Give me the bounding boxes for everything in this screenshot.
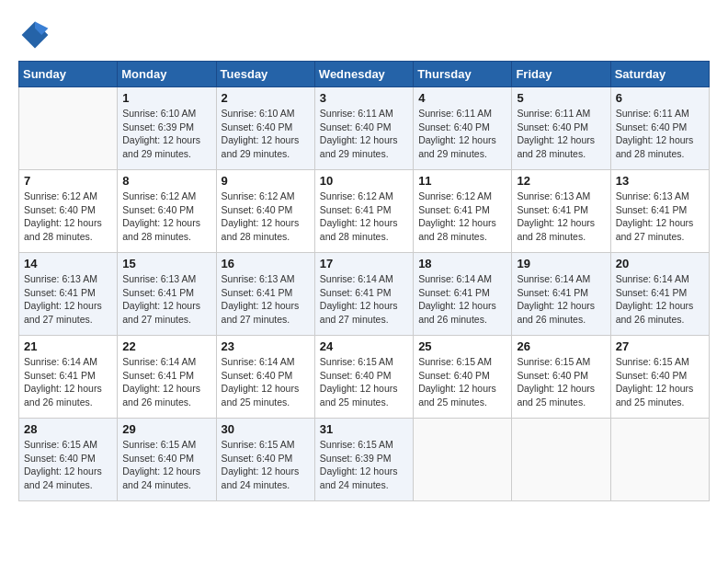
logo-icon <box>18 18 51 52</box>
calendar-cell: 15Sunrise: 6:13 AMSunset: 6:41 PMDayligh… <box>118 253 216 336</box>
day-number: 8 <box>122 174 210 188</box>
day-info: Sunrise: 6:14 AMSunset: 6:40 PMDaylight:… <box>222 355 310 409</box>
calendar-cell: 25Sunrise: 6:15 AMSunset: 6:40 PMDayligh… <box>414 336 512 419</box>
day-number: 24 <box>320 339 408 353</box>
day-number: 2 <box>222 91 310 105</box>
day-number: 6 <box>616 91 704 105</box>
calendar-cell <box>19 87 118 170</box>
day-number: 10 <box>320 174 408 188</box>
day-number: 12 <box>517 174 605 188</box>
day-number: 5 <box>517 91 605 105</box>
day-number: 11 <box>418 174 506 188</box>
day-info: Sunrise: 6:13 AMSunset: 6:41 PMDaylight:… <box>24 272 112 327</box>
day-info: Sunrise: 6:11 AMSunset: 6:40 PMDaylight:… <box>616 107 704 161</box>
calendar-cell: 31Sunrise: 6:15 AMSunset: 6:39 PMDayligh… <box>314 419 413 501</box>
calendar-cell: 29Sunrise: 6:15 AMSunset: 6:40 PMDayligh… <box>118 419 216 501</box>
day-info: Sunrise: 6:15 AMSunset: 6:40 PMDaylight:… <box>320 355 408 409</box>
day-info: Sunrise: 6:15 AMSunset: 6:40 PMDaylight:… <box>24 438 112 492</box>
week-row-4: 21Sunrise: 6:14 AMSunset: 6:41 PMDayligh… <box>19 336 710 419</box>
calendar-cell <box>414 419 512 501</box>
header-day-friday: Friday <box>512 62 610 87</box>
day-info: Sunrise: 6:10 AMSunset: 6:40 PMDaylight:… <box>222 107 310 161</box>
header-day-sunday: Sunday <box>19 62 118 87</box>
calendar-cell: 14Sunrise: 6:13 AMSunset: 6:41 PMDayligh… <box>19 253 118 336</box>
day-number: 4 <box>418 91 506 105</box>
calendar-cell: 22Sunrise: 6:14 AMSunset: 6:41 PMDayligh… <box>118 336 216 419</box>
day-info: Sunrise: 6:12 AMSunset: 6:40 PMDaylight:… <box>222 190 310 244</box>
calendar-cell: 10Sunrise: 6:12 AMSunset: 6:41 PMDayligh… <box>314 170 413 253</box>
calendar-cell: 26Sunrise: 6:15 AMSunset: 6:40 PMDayligh… <box>512 336 610 419</box>
calendar-cell: 27Sunrise: 6:15 AMSunset: 6:40 PMDayligh… <box>610 336 709 419</box>
day-number: 7 <box>24 174 112 188</box>
day-info: Sunrise: 6:12 AMSunset: 6:41 PMDaylight:… <box>320 190 408 244</box>
day-info: Sunrise: 6:14 AMSunset: 6:41 PMDaylight:… <box>616 272 704 327</box>
day-info: Sunrise: 6:15 AMSunset: 6:40 PMDaylight:… <box>616 355 704 409</box>
week-row-3: 14Sunrise: 6:13 AMSunset: 6:41 PMDayligh… <box>19 253 710 336</box>
day-number: 25 <box>418 339 506 353</box>
calendar-cell <box>512 419 610 501</box>
calendar-body: 1Sunrise: 6:10 AMSunset: 6:39 PMDaylight… <box>19 87 710 501</box>
header-day-wednesday: Wednesday <box>314 62 413 87</box>
day-number: 29 <box>122 422 210 436</box>
calendar-header: SundayMondayTuesdayWednesdayThursdayFrid… <box>19 62 710 87</box>
calendar-cell: 18Sunrise: 6:14 AMSunset: 6:41 PMDayligh… <box>414 253 512 336</box>
day-info: Sunrise: 6:11 AMSunset: 6:40 PMDaylight:… <box>320 107 408 161</box>
calendar-cell: 23Sunrise: 6:14 AMSunset: 6:40 PMDayligh… <box>216 336 314 419</box>
day-info: Sunrise: 6:10 AMSunset: 6:39 PMDaylight:… <box>122 107 210 161</box>
day-number: 9 <box>222 174 310 188</box>
day-number: 15 <box>122 257 210 270</box>
day-number: 13 <box>616 174 704 188</box>
week-row-1: 1Sunrise: 6:10 AMSunset: 6:39 PMDaylight… <box>19 87 710 170</box>
day-number: 28 <box>24 422 112 436</box>
header-day-thursday: Thursday <box>414 62 512 87</box>
day-info: Sunrise: 6:11 AMSunset: 6:40 PMDaylight:… <box>418 107 506 161</box>
day-number: 18 <box>418 257 506 270</box>
day-number: 1 <box>122 91 210 105</box>
day-info: Sunrise: 6:15 AMSunset: 6:40 PMDaylight:… <box>222 438 310 492</box>
week-row-5: 28Sunrise: 6:15 AMSunset: 6:40 PMDayligh… <box>19 419 710 501</box>
day-info: Sunrise: 6:12 AMSunset: 6:41 PMDaylight:… <box>418 190 506 244</box>
calendar-cell: 12Sunrise: 6:13 AMSunset: 6:41 PMDayligh… <box>512 170 610 253</box>
day-info: Sunrise: 6:15 AMSunset: 6:40 PMDaylight:… <box>517 355 605 409</box>
week-row-2: 7Sunrise: 6:12 AMSunset: 6:40 PMDaylight… <box>19 170 710 253</box>
day-info: Sunrise: 6:13 AMSunset: 6:41 PMDaylight:… <box>616 190 704 244</box>
day-info: Sunrise: 6:15 AMSunset: 6:40 PMDaylight:… <box>418 355 506 409</box>
day-info: Sunrise: 6:13 AMSunset: 6:41 PMDaylight:… <box>517 190 605 244</box>
calendar-cell: 8Sunrise: 6:12 AMSunset: 6:40 PMDaylight… <box>118 170 216 253</box>
day-info: Sunrise: 6:14 AMSunset: 6:41 PMDaylight:… <box>122 355 210 409</box>
day-info: Sunrise: 6:12 AMSunset: 6:40 PMDaylight:… <box>122 190 210 244</box>
day-number: 22 <box>122 339 210 353</box>
calendar-cell: 4Sunrise: 6:11 AMSunset: 6:40 PMDaylight… <box>414 87 512 170</box>
day-number: 16 <box>222 257 310 270</box>
logo <box>18 18 55 52</box>
day-number: 30 <box>222 422 310 436</box>
day-number: 21 <box>24 339 112 353</box>
day-number: 31 <box>320 422 408 436</box>
day-info: Sunrise: 6:14 AMSunset: 6:41 PMDaylight:… <box>517 272 605 327</box>
calendar-table: SundayMondayTuesdayWednesdayThursdayFrid… <box>18 61 710 501</box>
day-number: 26 <box>517 339 605 353</box>
header-day-monday: Monday <box>118 62 216 87</box>
page-header <box>18 18 710 52</box>
calendar-cell: 2Sunrise: 6:10 AMSunset: 6:40 PMDaylight… <box>216 87 314 170</box>
calendar-cell: 30Sunrise: 6:15 AMSunset: 6:40 PMDayligh… <box>216 419 314 501</box>
calendar-cell: 1Sunrise: 6:10 AMSunset: 6:39 PMDaylight… <box>118 87 216 170</box>
day-info: Sunrise: 6:15 AMSunset: 6:39 PMDaylight:… <box>320 438 408 492</box>
header-row: SundayMondayTuesdayWednesdayThursdayFrid… <box>19 62 710 87</box>
header-day-saturday: Saturday <box>610 62 709 87</box>
calendar-cell <box>610 419 709 501</box>
header-day-tuesday: Tuesday <box>216 62 314 87</box>
calendar-cell: 11Sunrise: 6:12 AMSunset: 6:41 PMDayligh… <box>414 170 512 253</box>
day-number: 14 <box>24 257 112 270</box>
day-number: 27 <box>616 339 704 353</box>
day-number: 17 <box>320 257 408 270</box>
calendar-cell: 6Sunrise: 6:11 AMSunset: 6:40 PMDaylight… <box>610 87 709 170</box>
calendar-cell: 3Sunrise: 6:11 AMSunset: 6:40 PMDaylight… <box>314 87 413 170</box>
day-info: Sunrise: 6:14 AMSunset: 6:41 PMDaylight:… <box>24 355 112 409</box>
day-info: Sunrise: 6:11 AMSunset: 6:40 PMDaylight:… <box>517 107 605 161</box>
day-number: 19 <box>517 257 605 270</box>
day-info: Sunrise: 6:13 AMSunset: 6:41 PMDaylight:… <box>122 272 210 327</box>
calendar-cell: 9Sunrise: 6:12 AMSunset: 6:40 PMDaylight… <box>216 170 314 253</box>
day-number: 3 <box>320 91 408 105</box>
day-number: 20 <box>616 257 704 270</box>
